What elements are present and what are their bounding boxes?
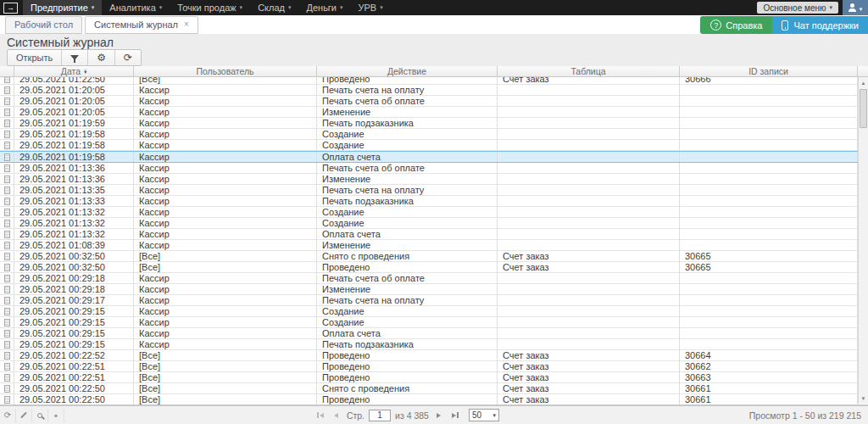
document-icon [4, 396, 10, 404]
document-icon [4, 242, 10, 249]
table-row[interactable]: 29.05.2021 00:22:50 [Все] Проведено Счет… [0, 394, 868, 404]
cell-action: Печать счета на оплату [317, 185, 498, 195]
arrow-left-icon [320, 413, 324, 418]
cell-user: Кассир [134, 96, 317, 106]
close-icon[interactable]: × [184, 20, 189, 29]
cell-action: Печать счета на оплату [317, 85, 498, 95]
scroll-up-icon[interactable]: ▲ [859, 78, 868, 87]
next-page-button[interactable] [433, 410, 445, 421]
table-row[interactable]: 29.05.2021 01:13:35 Кассир Печать счета … [0, 185, 868, 196]
cell-table: Счет заказ [498, 394, 680, 404]
page-input[interactable] [369, 410, 391, 421]
table-row[interactable]: 29.05.2021 01:19:58 Кассир Оплата счета [0, 151, 868, 163]
expand-menu-icon[interactable]: → [3, 3, 18, 14]
table-row[interactable]: 29.05.2021 01:19:58 Кассир Создание [0, 140, 868, 151]
table-row[interactable]: 29.05.2021 01:19:59 Кассир Печать подзак… [0, 118, 868, 129]
menu-item-money[interactable]: Деньги [298, 0, 350, 15]
table-row[interactable]: 29.05.2021 00:29:15 Кассир Создание [0, 317, 868, 328]
tab-desktop[interactable]: Рабочий стол [5, 16, 82, 34]
table-row[interactable]: 29.05.2021 00:29:18 Кассир Изменение [0, 284, 868, 295]
prev-page-button[interactable] [331, 410, 342, 421]
support-chat-button[interactable]: Чат поддержки [772, 16, 868, 34]
document-icon [4, 187, 10, 194]
table-row[interactable]: 29.05.2021 00:22:51 [Все] Проведено Счет… [0, 361, 868, 372]
main-menu-button[interactable]: Основное меню [757, 2, 838, 14]
arrow-left-icon [334, 413, 338, 418]
cell-table: Счет заказ [498, 372, 680, 382]
vertical-scrollbar[interactable]: ▲ ▼ [858, 77, 868, 404]
header-user[interactable]: Пользователь [134, 66, 317, 76]
cell-user: Кассир [134, 273, 317, 283]
menu-item-analytics[interactable]: Аналитика [102, 0, 170, 15]
menu-item-pos[interactable]: Точки продаж [170, 0, 250, 15]
table-row[interactable]: 29.05.2021 00:22:51 [Все] Проведено Счет… [0, 372, 868, 383]
cell-action: Проведено [317, 372, 498, 382]
table-row[interactable]: 29.05.2021 00:29:15 Кассир Печать подзак… [0, 339, 868, 350]
table-row[interactable]: 29.05.2021 00:22:52 [Все] Проведено Счет… [0, 350, 868, 361]
table-row[interactable]: 29.05.2021 01:13:32 Кассир Создание [0, 207, 868, 218]
table-row[interactable]: 29.05.2021 00:29:17 Кассир Печать счета … [0, 295, 868, 306]
cell-user: [Все] [134, 251, 317, 261]
table-row[interactable]: 29.05.2021 01:20:05 Кассир Печать счета … [0, 96, 868, 107]
pager-columns-button[interactable]: ■ [48, 409, 64, 422]
menu-item-urv[interactable]: УРВ [351, 0, 391, 15]
row-icon-cell [0, 240, 14, 250]
cell-action: Создание [317, 129, 498, 139]
header-date[interactable]: Дата [14, 66, 134, 76]
table-row[interactable]: 29.05.2021 01:22:50 [Все] Проведено Счет… [0, 77, 868, 85]
cell-table [498, 218, 680, 228]
cell-date: 29.05.2021 01:19:58 [14, 152, 134, 162]
cell-action: Оплата счета [317, 152, 498, 162]
refresh-button[interactable]: ⟳ [114, 50, 141, 65]
chevron-down-icon [380, 0, 383, 16]
table-row[interactable]: 29.05.2021 01:13:36 Кассир Печать счета … [0, 163, 868, 174]
document-icon [4, 253, 10, 260]
header-action[interactable]: Действие [317, 66, 498, 76]
table-row[interactable]: 29.05.2021 01:20:05 Кассир Печать счета … [0, 85, 868, 96]
cell-user: Кассир [134, 118, 317, 128]
page-size-select[interactable]: 50 [469, 409, 499, 421]
cell-action: Создание [317, 140, 498, 150]
first-page-button[interactable] [314, 410, 326, 421]
open-button[interactable]: Открыть [8, 50, 61, 65]
scroll-down-icon[interactable]: ▼ [859, 393, 868, 403]
document-icon [4, 86, 10, 94]
cell-table [498, 284, 680, 294]
menu-item-enterprise[interactable]: Предприятие [23, 0, 102, 15]
table-row[interactable]: 29.05.2021 01:20:05 Кассир Изменение [0, 107, 868, 118]
cell-record-id [680, 85, 858, 95]
table-row[interactable]: 29.05.2021 01:13:36 Кассир Изменение [0, 174, 868, 185]
row-icon-cell [0, 85, 14, 95]
table-row[interactable]: 29.05.2021 01:19:58 Кассир Создание [0, 129, 868, 140]
last-page-button[interactable] [449, 410, 461, 421]
pager-search-button[interactable] [32, 409, 48, 422]
settings-button[interactable]: ⚙ [87, 50, 114, 65]
menu-item-warehouse[interactable]: Склад [250, 0, 298, 15]
table-row[interactable]: 29.05.2021 01:13:32 Кассир Оплата счета [0, 229, 868, 240]
pager-edit-button[interactable] [16, 409, 32, 422]
help-button[interactable]: ? Справка [700, 16, 772, 34]
header-record-id[interactable]: ID записи [680, 66, 858, 76]
cell-table [498, 229, 680, 239]
header-table[interactable]: Таблица [498, 66, 680, 76]
document-icon [4, 352, 10, 360]
tab-system-journal[interactable]: Системный журнал × [85, 16, 198, 34]
filter-button[interactable] [61, 50, 87, 65]
cell-table: Счет заказ [498, 361, 680, 371]
table-row[interactable]: 29.05.2021 01:13:32 Кассир Создание [0, 218, 868, 229]
cell-action: Создание [317, 218, 498, 228]
table-row[interactable]: 29.05.2021 00:29:15 Кассир Создание [0, 306, 868, 317]
quick-buttons: ? Справка Чат поддержки [700, 16, 868, 34]
user-menu-button[interactable] [843, 0, 868, 15]
cell-record-id [680, 196, 858, 206]
table-row[interactable]: 29.05.2021 00:29:15 Кассир Оплата счета [0, 328, 868, 339]
table-row[interactable]: 29.05.2021 00:22:50 [Все] Снято с провед… [0, 383, 868, 394]
table-row[interactable]: 29.05.2021 01:08:39 Кассир Изменение [0, 240, 868, 251]
pager-refresh-button[interactable]: ⟳ [0, 409, 16, 422]
table-row[interactable]: 29.05.2021 00:32:50 [Все] Проведено Счет… [0, 262, 868, 273]
cell-date: 29.05.2021 00:22:51 [14, 372, 134, 382]
table-row[interactable]: 29.05.2021 00:29:18 Кассир Печать счета … [0, 273, 868, 284]
table-row[interactable]: 29.05.2021 01:13:33 Кассир Печать подзак… [0, 196, 868, 207]
scrollbar-thumb[interactable] [860, 89, 867, 128]
table-row[interactable]: 29.05.2021 00:32:50 [Все] Снято с провед… [0, 251, 868, 262]
